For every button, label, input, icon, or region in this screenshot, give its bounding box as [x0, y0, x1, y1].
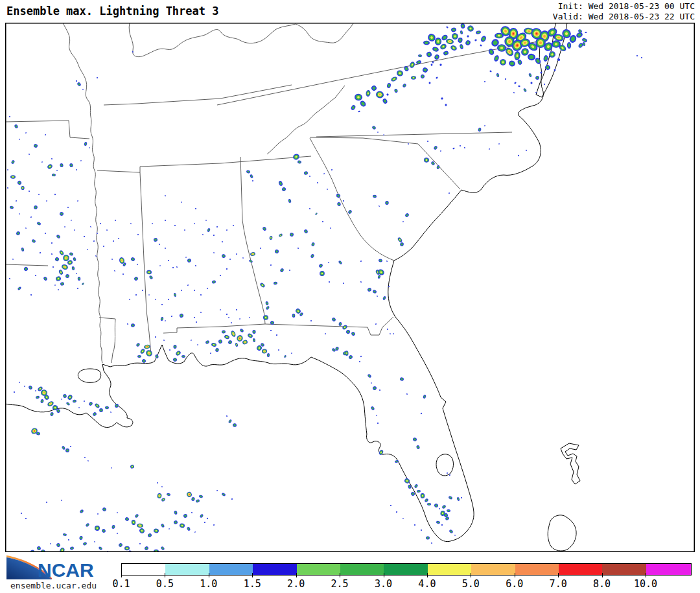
lightning-threat-cell [480, 44, 482, 47]
lightning-threat-cell [249, 317, 251, 318]
cell-layer-blue [330, 227, 331, 229]
lightning-threat-cell [359, 100, 367, 108]
lightning-threat-cell [58, 289, 60, 291]
lightning-threat-cell [28, 385, 33, 390]
lightning-threat-cell [62, 254, 70, 262]
lightning-threat-cell [449, 529, 454, 533]
lightning-threat-cell [168, 260, 170, 262]
lightning-threat-cell [377, 132, 379, 133]
lightning-threat-cell [181, 290, 183, 292]
colorbar-tick [602, 573, 603, 577]
cell-layer-blue [161, 486, 163, 488]
lightning-threat-cell [161, 304, 163, 305]
cell-layer-blue [61, 500, 62, 501]
colorbar-segment [209, 564, 253, 575]
cell-layer-blue [480, 44, 482, 47]
cell-layer-blue [80, 160, 82, 161]
lightning-threat-cell [432, 46, 439, 52]
lightning-threat-cell [420, 74, 425, 79]
lightning-threat-cell [139, 348, 145, 355]
lightning-threat-cell [236, 309, 238, 311]
cell-layer-blue [406, 393, 408, 395]
colorbar-segment [602, 564, 646, 575]
lightning-threat-cell [95, 255, 97, 257]
cell-layer-blue [191, 340, 192, 342]
lightning-threat-cell [115, 404, 119, 408]
colorbar-segment [471, 564, 515, 575]
colorbar: 0.10.51.01.52.02.53.04.05.06.07.08.010.0 [121, 563, 690, 590]
lightning-threat-cell [176, 266, 178, 268]
lightning-threat-cell [25, 132, 27, 134]
lightning-threat-cell [47, 163, 53, 170]
lightning-threat-cell [114, 270, 116, 272]
cell-layer-blue [229, 259, 231, 261]
cell-layer-blue [141, 290, 143, 292]
lightning-threat-cell [54, 194, 56, 196]
lightning-threat-cell [336, 193, 341, 198]
lightning-threat-cell [351, 331, 356, 336]
cell-layer-blue [498, 143, 500, 145]
lightning-threat-cell [420, 493, 425, 498]
lightning-threat-cell [155, 299, 157, 301]
lightning-threat-cell [390, 76, 398, 82]
lightning-threat-cell [514, 82, 517, 84]
map-canvas [0, 0, 700, 593]
cell-layer-blue [216, 226, 218, 228]
cell-layer-blue [122, 273, 124, 275]
lightning-threat-cell [9, 116, 11, 118]
lightning-threat-cell [484, 81, 486, 82]
lightning-threat-cell [431, 542, 433, 544]
cell-layer-blue [78, 407, 80, 408]
lightning-threat-cell [79, 535, 83, 540]
cell-layer-blue [61, 399, 63, 400]
cell-layer-blue [174, 225, 176, 227]
cell-layer-blue [187, 285, 189, 286]
lightning-threat-cell [200, 294, 202, 296]
lightning-threat-cell [52, 174, 56, 177]
lightning-threat-cell [441, 97, 444, 100]
cell-layer-blue [103, 246, 104, 247]
cell-layer-blue [129, 299, 131, 301]
lightning-threat-cell [139, 528, 146, 535]
lightning-threat-cell [226, 268, 228, 270]
cell-layer-blue [421, 529, 422, 531]
lightning-threat-cell [115, 220, 117, 222]
cell-layer-blue [76, 273, 77, 275]
cell-layer-blue [278, 349, 279, 351]
lightning-threat-cell [390, 505, 391, 506]
lightning-threat-cell [393, 333, 395, 334]
lightning-threat-cell [259, 282, 265, 288]
cell-layer-blue [94, 541, 96, 542]
lightning-threat-cell [535, 75, 540, 80]
lightning-threat-cell [403, 65, 409, 72]
cell-layer-blue [89, 147, 91, 148]
lightning-threat-cell [131, 323, 135, 327]
lightning-threat-cell [275, 334, 277, 336]
lightning-threat-cell [278, 233, 283, 238]
colorbar-tick-label: 6.0 [500, 578, 529, 590]
lightning-threat-cell [436, 76, 438, 79]
lightning-threat-cell [423, 394, 426, 399]
cell-layer-blue [207, 288, 209, 289]
colorbar-tick-label: 8.0 [588, 578, 616, 590]
cell-layer-blue [474, 39, 477, 41]
lightning-threat-cell [474, 39, 477, 41]
lightning-threat-cell [278, 180, 283, 186]
lightning-threat-cell [21, 186, 25, 190]
cell-layer-blue [185, 257, 187, 258]
lightning-threat-cell [146, 270, 152, 275]
lightning-threat-cell [379, 205, 380, 207]
colorbar-tick [515, 573, 515, 577]
boundary-path [436, 454, 453, 476]
boundary-path [265, 317, 393, 335]
cell-layer-blue [46, 502, 48, 504]
lightning-threat-cell [195, 265, 197, 266]
lightning-threat-cell [132, 51, 134, 53]
cell-layer-blue [226, 268, 228, 270]
cell-layer-blue [64, 226, 65, 227]
lightning-threat-cell [247, 333, 253, 339]
lightning-threat-cell [97, 513, 99, 515]
lightning-threat-cell [478, 127, 482, 132]
cell-layer-blue [169, 528, 170, 530]
lightning-threat-cell [415, 60, 421, 65]
